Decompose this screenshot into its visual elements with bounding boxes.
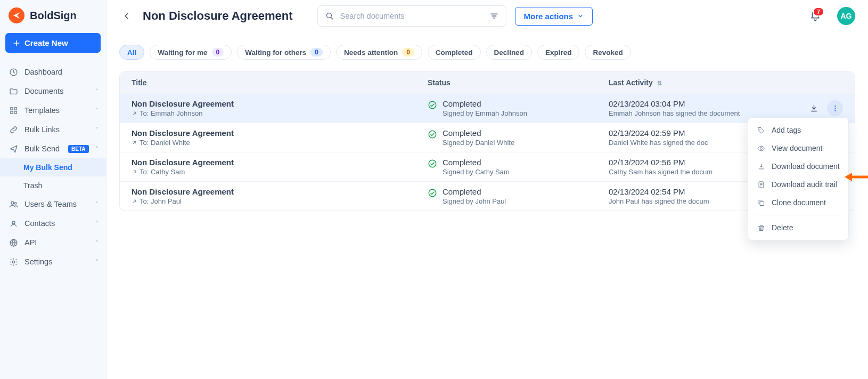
sidebar: BoldSign Create New DashboardDocuments˅T… [0,0,107,379]
sidebar-item-label: My Bulk Send [23,163,72,172]
send-icon [9,144,18,154]
notification-count: 7 [813,7,824,17]
context-menu-download-document[interactable]: Download document [748,157,848,175]
cell-status: CompletedSigned by Emmah Johnson [428,99,609,117]
filter-chip-completed[interactable]: Completed [428,45,481,60]
row-menu-button[interactable] [827,100,843,116]
chevron-up-icon: ˄ [95,146,99,152]
context-menu-delete-label: Delete [772,223,793,232]
sidebar-item-users-teams[interactable]: Users & Teams˅ [0,195,106,214]
sidebar-item-label: Documents [24,87,63,95]
row-activity-time: 02/13/2024 03:04 PM [609,99,800,108]
filter-chip-declined[interactable]: Declined [486,45,532,60]
sidebar-item-templates[interactable]: Templates˅ [0,101,106,120]
context-menu: Add tagsView documentDownload documentDo… [748,117,849,240]
chevron-down-icon: ˅ [95,259,99,265]
notifications-button[interactable]: 7 [809,10,821,22]
chevron-down-icon: ˅ [95,239,99,246]
filter-chip-expired[interactable]: Expired [537,45,580,60]
context-menu-separator [754,215,843,215]
svg-point-14 [834,110,836,111]
row-status: Completed [443,187,506,196]
check-circle-icon [428,100,437,110]
arrow-annotation [845,171,868,183]
sidebar-item-bulk-links[interactable]: Bulk Links˅ [0,120,106,139]
contact-icon [9,219,18,228]
check-circle-icon [428,188,437,198]
row-title: Non Disclosure Agreement [132,187,428,196]
sidebar-item-dashboard[interactable]: Dashboard [0,62,106,82]
nav-list: DashboardDocuments˅Templates˅Bulk Links˅… [0,60,106,273]
download-row-button[interactable] [806,100,822,116]
eye-icon [757,144,765,152]
table-row[interactable]: Non Disclosure AgreementTo: Daniel White… [120,123,855,152]
table-row[interactable]: Non Disclosure AgreementTo: Emmah Johnso… [120,93,855,123]
context-menu-item-label: Clone document [772,198,826,207]
svg-point-12 [834,106,836,107]
row-status-sub: Signed by Daniel White [443,139,514,147]
create-new-button[interactable]: Create New [5,33,101,53]
filter-chip-revoked[interactable]: Revoked [585,45,630,60]
sidebar-item-settings[interactable]: Settings˅ [0,252,106,271]
sidebar-item-label: Bulk Links [24,125,60,134]
cell-title: Non Disclosure AgreementTo: Cathy Sam [132,158,428,176]
svg-point-13 [834,108,836,109]
sidebar-item-documents[interactable]: Documents˅ [0,82,106,101]
brand: BoldSign [0,0,106,28]
sidebar-item-label: Users & Teams [24,200,77,208]
filter-icon[interactable] [489,11,499,21]
svg-rect-21 [760,201,764,206]
search-icon [325,11,334,21]
sidebar-item-trash[interactable]: Trash [0,176,106,195]
context-menu-item-label: Add tags [772,126,801,134]
create-new-label: Create New [24,38,68,47]
svg-point-6 [14,202,17,204]
back-button[interactable] [119,9,134,23]
svg-point-10 [326,13,331,18]
context-menu-clone-document[interactable]: Clone document [748,193,848,212]
arrow-up-right-icon [132,198,137,204]
more-actions-button[interactable]: More actions [515,7,593,26]
sidebar-item-label: Templates [24,106,60,115]
gear-icon [9,257,18,267]
context-menu-download-audit-trail[interactable]: Download audit trail [748,175,848,193]
sidebar-item-my-bulk-send[interactable]: My Bulk Send [0,158,106,176]
row-recipient: To: Daniel White [132,139,428,147]
chevron-down-icon [577,13,584,19]
svg-point-15 [429,131,436,138]
link-icon [9,125,18,134]
cell-status: CompletedSigned by Cathy Sam [428,158,609,176]
table-row[interactable]: Non Disclosure AgreementTo: John PaulCom… [120,181,855,211]
folder-icon [9,86,18,96]
sidebar-item-bulk-send[interactable]: Bulk SendBETA˄ [0,139,106,158]
filter-chip-needs-attention[interactable]: Needs attention0 [336,45,422,60]
col-activity[interactable]: Last Activity⇅ [609,78,800,87]
row-activity-sub: Daniel White has signed the doc [609,139,742,147]
more-actions-label: More actions [524,12,574,21]
sidebar-item-label: Contacts [24,219,55,228]
filter-chip-count: 0 [212,48,224,57]
brand-logo-icon [9,7,24,23]
context-menu-delete[interactable]: Delete [748,219,848,237]
table-row[interactable]: Non Disclosure AgreementTo: Cathy SamCom… [120,152,855,181]
filter-chip-label: Expired [545,49,572,57]
filter-chip-all[interactable]: All [119,45,144,60]
plus-icon [13,39,20,47]
chevron-left-icon [122,11,132,21]
filter-chip-label: Declined [494,49,524,57]
context-menu-item-label: Download document [772,162,840,171]
search-input[interactable] [317,5,506,27]
filter-chip-waiting-for-others[interactable]: Waiting for others0 [237,45,331,60]
context-menu-view-document[interactable]: View document [748,139,848,157]
context-menu-add-tags[interactable]: Add tags [748,121,848,139]
svg-point-16 [429,160,436,167]
filter-chip-waiting-for-me[interactable]: Waiting for me0 [150,45,232,60]
sort-icon: ⇅ [657,80,662,86]
avatar[interactable]: AG [837,7,855,25]
sidebar-item-contacts[interactable]: Contacts˅ [0,214,106,233]
api-icon [9,238,18,247]
trash-icon [757,223,765,232]
row-activity-sub: Cathy Sam has signed the docum [609,168,742,176]
sidebar-item-api[interactable]: API˅ [0,233,106,252]
cell-status: CompletedSigned by Daniel White [428,128,609,147]
